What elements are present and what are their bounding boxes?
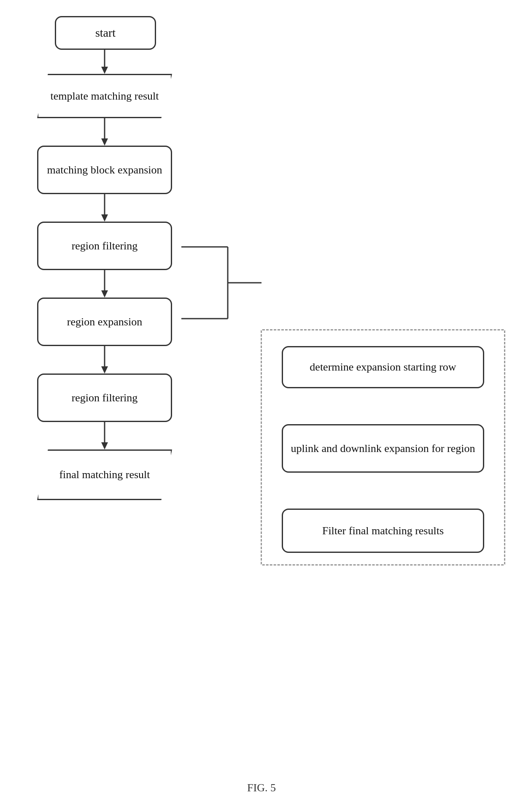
start-shape: start	[55, 16, 156, 50]
svg-marker-5	[101, 214, 108, 222]
filter-final-shape: Filter final matching results	[282, 509, 484, 553]
uplink-downlink-shape: uplink and downlink expansion for region	[282, 424, 484, 473]
determine-expansion-shape: determine expansion starting row	[282, 346, 484, 388]
diagram-container: start template matching result matching …	[0, 0, 523, 812]
svg-marker-3	[101, 138, 108, 146]
svg-marker-1	[101, 67, 108, 74]
template-matching-shape: template matching result	[37, 74, 172, 118]
region-filtering-1-shape: region filtering	[37, 222, 172, 270]
figure-label: FIG. 5	[0, 782, 523, 794]
svg-marker-11	[101, 442, 108, 449]
region-filtering-2-shape: region filtering	[37, 374, 172, 422]
region-expansion-shape: region expansion	[37, 298, 172, 346]
matching-block-shape: matching block expansion	[37, 146, 172, 194]
svg-marker-7	[101, 290, 108, 298]
final-matching-shape: final matching result	[37, 449, 172, 500]
svg-marker-9	[101, 366, 108, 374]
